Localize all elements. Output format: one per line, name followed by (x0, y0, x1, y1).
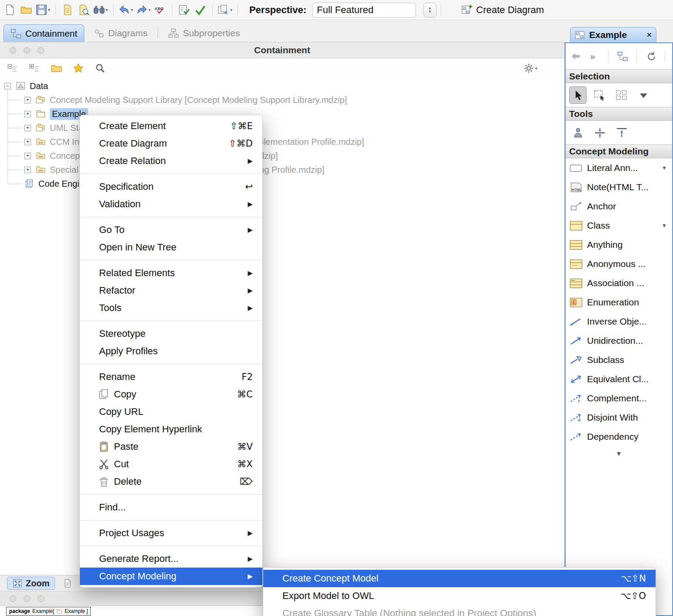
documentation-tab-button[interactable] (60, 575, 75, 591)
menu-item-create-glossary-table-nothing-selected-in-project-options[interactable]: Create Glossary Table (Nothing selected … (263, 605, 656, 616)
close-window-button[interactable] (10, 47, 16, 54)
collapse-tree-button[interactable] (5, 60, 20, 76)
check-syntax-button[interactable] (177, 2, 192, 18)
palette-item-association[interactable]: Association ... (566, 274, 672, 293)
menu-item-export-model-to-owl[interactable]: Export Model to OWL⌥⇧O (263, 587, 656, 605)
tab-subproperties[interactable]: Subproperties (161, 24, 247, 42)
menu-item-delete[interactable]: Delete⌦ (80, 473, 262, 490)
open-folder-button[interactable] (49, 60, 64, 76)
expand-tree-button[interactable] (27, 60, 42, 76)
find-in-doc-button[interactable] (76, 2, 91, 18)
menu-item-specification[interactable]: Specification↩ (80, 178, 262, 195)
perspective-stepper[interactable]: ▲▼ (423, 3, 436, 17)
dropdown-arrow-icon[interactable]: ▾ (230, 7, 232, 12)
close-window-button[interactable] (10, 595, 16, 602)
align-top-button[interactable] (613, 124, 630, 141)
palette-scroll-more-icon[interactable]: ▼ (566, 446, 672, 457)
menu-item-stereotype[interactable]: Stereotype (80, 325, 262, 342)
multi-select-button[interactable] (613, 86, 630, 104)
palette-item-note-html-t[interactable]: HTMLNote(HTML T... (566, 178, 672, 197)
menu-item-tools[interactable]: Tools▶ (80, 299, 262, 317)
expand-toggle-icon[interactable]: + (24, 153, 31, 159)
palette-item-complement[interactable]: cComplement... (566, 389, 672, 408)
expand-toggle-icon[interactable]: + (24, 111, 31, 117)
dropdown-arrow-icon[interactable]: ▾ (131, 7, 133, 12)
menu-item-rename[interactable]: RenameF2 (80, 368, 262, 386)
menu-item-find[interactable]: Find... (80, 499, 262, 516)
palette-item-anonymous[interactable]: Anonymous ... (566, 254, 672, 274)
palette-item-literal-ann[interactable]: Literal Ann...▼ (566, 158, 672, 178)
favorites-star-button[interactable] (71, 60, 86, 76)
dropdown-arrow-icon[interactable]: ▾ (48, 7, 50, 12)
menu-item-open-in-new-tree[interactable]: Open in New Tree (80, 239, 262, 256)
dropdown-arrow-button[interactable] (635, 86, 652, 104)
dropdown-arrow-icon[interactable]: ▼ (662, 165, 668, 171)
palette-item-enumeration[interactable]: EEnumeration (566, 293, 672, 312)
palette-item-inverse-obje[interactable]: Inverse Obje... (566, 312, 672, 331)
back-button[interactable] (568, 48, 583, 64)
menu-item-concept-modeling[interactable]: Concept Modeling▶ (80, 568, 262, 585)
redo-button[interactable]: ▾ (135, 2, 151, 18)
expand-toggle-icon[interactable]: + (24, 139, 31, 145)
maximize-window-button[interactable] (38, 47, 44, 54)
tree-item-data[interactable]: −Data (0, 79, 564, 93)
collapse-toggle-icon[interactable]: − (4, 83, 11, 89)
close-icon[interactable]: × (647, 30, 652, 40)
sticky-stamp-button[interactable] (569, 124, 587, 141)
palette-item-disjoint-with[interactable]: dDisjoint With (566, 408, 672, 427)
tab-diagrams[interactable]: Diagrams (87, 24, 154, 42)
maximize-window-button[interactable] (38, 595, 44, 602)
palette-item-anything[interactable]: Anything (566, 235, 672, 254)
menu-item-create-element[interactable]: Create Element⇧⌘E (80, 117, 262, 135)
menu-item-refactor[interactable]: Refactor▶ (80, 282, 262, 299)
menu-item-validation[interactable]: Validation▶ (80, 195, 262, 213)
settings-gear-button[interactable]: ▾ (522, 60, 538, 76)
menu-item-copy-element-hyperlink[interactable]: Copy Element Hyperlink (80, 421, 262, 438)
menu-item-paste[interactable]: Paste⌘V (80, 438, 262, 455)
new-file-button[interactable] (3, 2, 17, 18)
menu-item-create-diagram[interactable]: Create Diagram⇧⌘D (80, 135, 262, 152)
menu-item-project-usages[interactable]: Project Usages▶ (80, 524, 262, 542)
find-button[interactable]: ▾ (93, 2, 109, 18)
dropdown-arrow-icon[interactable]: ▾ (535, 66, 537, 71)
search-button[interactable] (93, 60, 107, 76)
menu-item-create-relation[interactable]: Create Relation▶ (80, 152, 262, 170)
palette-item-equivalent-cl[interactable]: Equivalent Cl... (566, 370, 672, 389)
expand-toggle-icon[interactable]: + (24, 125, 31, 131)
validate-button[interactable] (193, 2, 208, 18)
marquee-select-button[interactable] (591, 86, 608, 104)
palette-item-anchor[interactable]: Anchor (566, 197, 672, 216)
diagram-tab-example[interactable]: Example × (570, 27, 656, 42)
perspective-select[interactable]: Full Featured (312, 3, 416, 17)
forward-chevrons-button[interactable]: » (587, 48, 601, 64)
menu-item-apply-profiles[interactable]: Apply Profiles (80, 342, 262, 360)
expand-toggle-icon[interactable]: + (24, 167, 31, 173)
create-diagram-button[interactable]: Create Diagram (460, 2, 545, 18)
save-button[interactable]: ▾ (35, 2, 51, 18)
dropdown-arrow-icon[interactable]: ▾ (106, 7, 108, 12)
minimize-window-button[interactable] (24, 47, 30, 54)
related-docs-button[interactable] (60, 2, 75, 18)
tab-zoom[interactable]: Zoom (7, 577, 55, 590)
menu-item-go-to[interactable]: Go To▶ (80, 221, 262, 239)
copy-diagram-button[interactable]: ▾ (217, 2, 233, 18)
menu-item-copy[interactable]: Copy⌘C (80, 386, 262, 403)
refresh-button[interactable] (643, 48, 658, 64)
align-middle-button[interactable] (591, 124, 608, 141)
select-cursor-button[interactable] (569, 86, 587, 104)
palette-item-subclass[interactable]: Subclass (566, 350, 672, 370)
menu-item-cut[interactable]: Cut⌘X (80, 455, 262, 473)
tree-item-concept-modeling-support-library[interactable]: +Concept Modeling Support Library [Conce… (0, 93, 564, 107)
palette-item-class[interactable]: Class▼ (566, 216, 672, 235)
spell-check-button[interactable]: ABC (153, 2, 168, 18)
undo-button[interactable]: ▾ (118, 2, 134, 18)
menu-item-copy-url[interactable]: Copy URL (80, 403, 262, 421)
structure-button[interactable] (615, 48, 630, 64)
tab-containment[interactable]: Containment (3, 24, 84, 42)
menu-item-related-elements[interactable]: Related Elements▶ (80, 264, 262, 282)
menu-item-create-concept-model[interactable]: Create Concept Model⌥⇧N (263, 570, 656, 587)
expand-toggle-icon[interactable]: + (24, 97, 31, 103)
palette-item-unidirection[interactable]: Unidirection... (566, 331, 672, 350)
minimize-window-button[interactable] (24, 595, 30, 602)
open-project-button[interactable] (19, 2, 34, 18)
